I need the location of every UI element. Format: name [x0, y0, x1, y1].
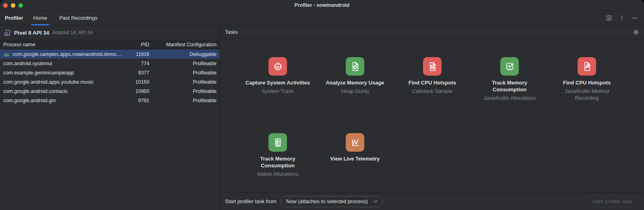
device-name: Pixel 8 API 34: [14, 30, 49, 36]
process-name: com.example.geminisampleapp: [0, 70, 133, 76]
process-manifest-configuration: Profileable: [156, 98, 220, 103]
column-manifest-configuration: Manifest Configuration: [156, 40, 220, 49]
tasks-area: Capture System ActivitiesSystem TraceAna…: [220, 39, 644, 192]
task-subtitle: Callstack Sample: [412, 88, 452, 95]
task-subtitle: System Trace: [262, 88, 293, 95]
process-manifest-configuration: Profileable: [156, 61, 220, 66]
task-card[interactable]: View Live Telemetry: [316, 133, 394, 192]
tasks-header: Tasks: [220, 25, 644, 39]
task-subtitle: Native Allocations: [257, 171, 299, 177]
telemetry-icon: [346, 133, 364, 152]
table-row[interactable]: com.example.geminisampleapp9377Profileab…: [0, 68, 220, 77]
process-name: com.google.android.apps.youtube.music: [0, 79, 133, 85]
task-title: Analyze Memory Usage: [326, 79, 384, 86]
gear-icon[interactable]: [633, 29, 639, 35]
table-row[interactable]: com.android.systemui774Profileable: [0, 59, 220, 68]
process-name: com.android.systemui: [0, 61, 133, 66]
ram-icon: [268, 133, 287, 152]
virtual-device-icon: [4, 29, 11, 36]
process-name: com.google.android.gm: [0, 98, 133, 103]
hide-icon[interactable]: [631, 14, 639, 22]
process-manifest-configuration: Profileable: [156, 79, 220, 85]
tasks-panel: Tasks Capture System ActivitiesSystem Tr…: [220, 25, 644, 210]
process-table-body: com.google.samples.apps.nowinandroid.dem…: [0, 49, 220, 210]
table-row[interactable]: com.google.android.gm9791Profileable: [0, 96, 220, 105]
process-pid: 10950: [133, 89, 156, 94]
close-button[interactable]: [3, 3, 8, 8]
device-header: Pixel 8 API 34 Android 14, API 34: [0, 25, 220, 40]
start-from-label: Start profiler task from: [225, 198, 277, 204]
chevron-down-icon: [374, 200, 378, 203]
task-title: Track Memory Consumption: [477, 79, 542, 93]
tasks-title: Tasks: [225, 29, 238, 35]
process-name: com.google.android.contacts: [0, 89, 133, 94]
process-manifest-configuration: Debuggable: [156, 51, 220, 57]
app-label: Profiler: [5, 11, 23, 25]
dropdown-value: Now (attaches to selected process): [286, 198, 368, 204]
process-table-header: Process name PID Manifest Configuration: [0, 40, 220, 49]
table-row[interactable]: com.google.android.apps.youtube.music101…: [0, 77, 220, 86]
minimize-button[interactable]: [11, 3, 15, 8]
android-icon: [3, 51, 10, 57]
process-pid: 11616: [133, 51, 156, 57]
window-title: Profiler - nowinandroid: [295, 2, 350, 8]
tabbar: Profiler Home Past Recordings: [0, 11, 644, 25]
table-row[interactable]: com.google.android.contacts10950Profilea…: [0, 86, 220, 96]
task-card[interactable]: Analyze Memory UsageHeap Dump: [316, 57, 394, 126]
column-pid: PID: [133, 40, 156, 49]
process-manifest-configuration: Profileable: [156, 89, 220, 94]
tab-past-recordings[interactable]: Past Recordings: [53, 11, 103, 25]
task-title: Capture System Activities: [246, 79, 310, 86]
task-title: Find CPU Hotspots: [563, 79, 611, 86]
device-details: Android 14, API 34: [52, 30, 93, 35]
chip-bars-icon: [268, 57, 287, 76]
process-pid: 9377: [133, 70, 156, 76]
start-from-dropdown[interactable]: Now (attaches to selected process): [281, 196, 383, 207]
process-pid: 774: [133, 61, 156, 66]
task-card[interactable]: Find CPU HotspotsCallstack Sample: [394, 57, 471, 126]
task-title: Find CPU Hotspots: [409, 79, 456, 86]
board-graph-icon: [500, 57, 519, 76]
doc-callstack-icon: [423, 57, 442, 76]
profiler-window: Profiler - nowinandroid Profiler Home Pa…: [0, 0, 644, 210]
task-footer: Start profiler task from Now (attaches t…: [220, 192, 644, 210]
task-title: Track Memory Consumption: [246, 155, 310, 169]
doc-chip-icon: [346, 57, 364, 76]
task-card[interactable]: Find CPU HotspotsJava/Kotlin Method Reco…: [548, 57, 625, 126]
task-card[interactable]: Track Memory ConsumptionNative Allocatio…: [239, 133, 316, 192]
tabbar-controls: [605, 11, 644, 25]
process-manifest-configuration: Profileable: [156, 70, 220, 76]
process-pid: 9791: [133, 98, 156, 103]
tasks-grid: Capture System ActivitiesSystem TraceAna…: [239, 57, 644, 192]
start-profiler-task-button[interactable]: Start profiler task: [586, 196, 638, 207]
process-panel: Pixel 8 API 34 Android 14, API 34 Proces…: [0, 25, 220, 210]
tab-home[interactable]: Home: [27, 11, 54, 25]
task-subtitle: Heap Dump: [341, 88, 369, 95]
process-name: com.google.samples.apps.nowinandroid.dem…: [0, 51, 133, 57]
task-subtitle: Java/Kotlin Allocations: [483, 95, 535, 101]
process-pid: 10150: [133, 79, 156, 85]
task-card[interactable]: Capture System ActivitiesSystem Trace: [239, 57, 316, 126]
more-vertical-icon[interactable]: [618, 14, 626, 22]
traffic-lights: [3, 0, 23, 10]
task-title: View Live Telemetry: [330, 155, 380, 162]
table-row[interactable]: com.google.samples.apps.nowinandroid.dem…: [0, 49, 220, 59]
dock-window-icon[interactable]: [605, 14, 613, 22]
task-subtitle: Java/Kotlin Method Recording: [555, 88, 619, 101]
doc-method-icon: [578, 57, 596, 76]
titlebar: Profiler - nowinandroid: [0, 0, 644, 11]
task-card[interactable]: Track Memory ConsumptionJava/Kotlin Allo…: [471, 57, 548, 126]
column-process-name: Process name: [0, 40, 133, 49]
fullscreen-button[interactable]: [19, 3, 23, 8]
